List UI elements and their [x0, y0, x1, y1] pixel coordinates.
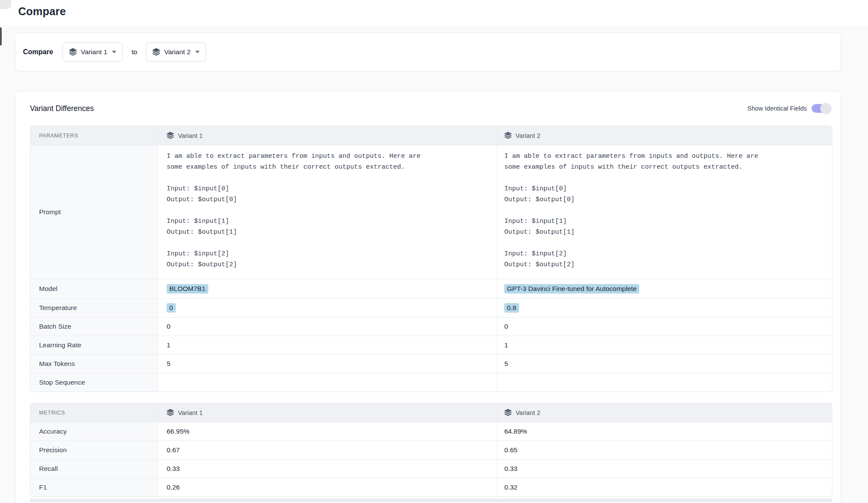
variant2-dropdown-label: Variant 2 — [164, 48, 191, 56]
show-identical-fields-control: Show Identical Fields — [747, 103, 832, 114]
variant2-header-label: Variant 2 — [516, 409, 540, 416]
prompt-variant1-value: I am able to extract parameters from inp… — [158, 145, 497, 279]
layers-stack-icon — [167, 132, 174, 139]
compare-label: Compare — [23, 48, 53, 56]
layers-stack-icon — [167, 409, 174, 416]
row-label: Model — [30, 279, 158, 298]
changed-value-highlight: 0.8 — [504, 303, 519, 313]
compare-row: Compare Variant 1 to Variant 2 — [16, 33, 841, 71]
table-row-batch-size: Batch Size 0 0 — [30, 317, 832, 336]
variant1-column-header: Variant 1 — [158, 126, 497, 145]
cell-value: 0 — [504, 323, 508, 330]
row-label: Accuracy — [30, 422, 158, 441]
variant1-dropdown[interactable]: Variant 1 — [62, 42, 123, 62]
parameters-table: PARAMETERS Variant 1 Variant 2 — [30, 126, 832, 392]
variant-differences-title: Variant Differences — [30, 104, 94, 113]
row-label: Learning Rate — [30, 336, 158, 354]
variant2-header-label: Variant 2 — [516, 132, 540, 139]
show-identical-fields-label: Show Identical Fields — [747, 105, 807, 112]
layers-stack-icon — [504, 132, 512, 139]
layers-stack-icon — [504, 409, 512, 416]
prompt-variant2-value: I am able to extract parameters from inp… — [497, 145, 832, 279]
cell-value: 0.26 — [167, 483, 180, 491]
cell-value: 0.33 — [504, 465, 517, 473]
variant1-dropdown-label: Variant 1 — [81, 48, 107, 56]
changed-value-highlight: GPT-3 Davinci Fine-tuned for Autocomplet… — [504, 284, 639, 294]
page-title: Compare — [18, 5, 66, 18]
table-row-f1: F1 0.26 0.32 — [30, 478, 832, 496]
to-label: to — [132, 48, 137, 56]
changed-value-highlight: 0 — [167, 303, 176, 313]
layers-stack-icon — [69, 48, 77, 56]
row-label: Max Tokens — [30, 355, 158, 373]
show-identical-fields-toggle[interactable] — [812, 103, 832, 114]
metrics-table: METRICS Variant 1 Variant 2 — [30, 403, 832, 497]
cell-value: 0 — [167, 323, 171, 330]
cell-value: 0.32 — [504, 483, 517, 491]
table-row-max-tokens: Max Tokens 5 5 — [30, 354, 832, 373]
row-label: Precision — [30, 441, 158, 459]
cell-value: 66.95% — [167, 428, 190, 435]
row-label: Temperature — [30, 299, 158, 317]
cell-value: 0.67 — [167, 446, 180, 454]
top-left-notch — [0, 0, 11, 9]
variant-differences-header: Variant Differences Show Identical Field… — [30, 103, 832, 114]
compare-page: Compare Compare Variant 1 to Variant 2 — [0, 0, 868, 503]
horizontal-scrollbar[interactable] — [30, 499, 832, 502]
cell-value: 64.89% — [504, 428, 527, 435]
chevron-down-icon — [195, 51, 200, 53]
page-header-strip — [0, 0, 868, 25]
table-row-stop-sequence: Stop Sequence — [30, 373, 832, 392]
variant2-dropdown[interactable]: Variant 2 — [146, 42, 206, 62]
cell-value: 5 — [167, 360, 171, 368]
variant1-column-header: Variant 1 — [158, 403, 497, 422]
row-label: Stop Sequence — [30, 373, 158, 392]
metrics-section-header: METRICS — [30, 403, 158, 422]
toggle-knob — [820, 103, 832, 114]
metrics-header-row: METRICS Variant 1 Variant 2 — [30, 403, 832, 422]
parameters-header-row: PARAMETERS Variant 1 Variant 2 — [30, 126, 832, 145]
table-row-accuracy: Accuracy 66.95% 64.89% — [30, 422, 832, 441]
table-row-learning-rate: Learning Rate 1 1 — [30, 336, 832, 354]
cell-value: 0.65 — [504, 446, 517, 454]
layers-stack-icon — [152, 48, 160, 56]
cell-value: 5 — [504, 360, 508, 368]
table-row-precision: Precision 0.67 0.65 — [30, 441, 832, 459]
cell-value: 1 — [167, 341, 171, 349]
row-label: Prompt — [30, 145, 158, 279]
table-row-prompt: Prompt I am able to extract parameters f… — [30, 145, 832, 279]
row-label: F1 — [30, 478, 158, 496]
row-label: Recall — [30, 460, 158, 478]
cell-value: 1 — [504, 341, 508, 349]
variant1-header-label: Variant 1 — [178, 409, 203, 416]
chevron-down-icon — [112, 51, 116, 53]
table-row-recall: Recall 0.33 0.33 — [30, 459, 832, 478]
table-row-model: Model BLOOM7B1 GPT-3 Davinci Fine-tuned … — [30, 279, 832, 298]
row-label: Batch Size — [30, 317, 158, 336]
table-row-temperature: Temperature 0 0.8 — [30, 298, 832, 317]
variant2-column-header: Variant 2 — [497, 126, 832, 145]
variant1-header-label: Variant 1 — [178, 132, 203, 139]
variant2-column-header: Variant 2 — [497, 403, 832, 422]
left-edge-scrollbar-thumb[interactable] — [0, 27, 2, 46]
parameters-section-header: PARAMETERS — [30, 126, 158, 145]
changed-value-highlight: BLOOM7B1 — [167, 284, 208, 294]
cell-value: 0.33 — [167, 465, 180, 473]
compare-selector-card: Compare Variant 1 to Variant 2 — [15, 33, 841, 72]
variant-differences-card: Variant Differences Show Identical Field… — [15, 91, 841, 503]
